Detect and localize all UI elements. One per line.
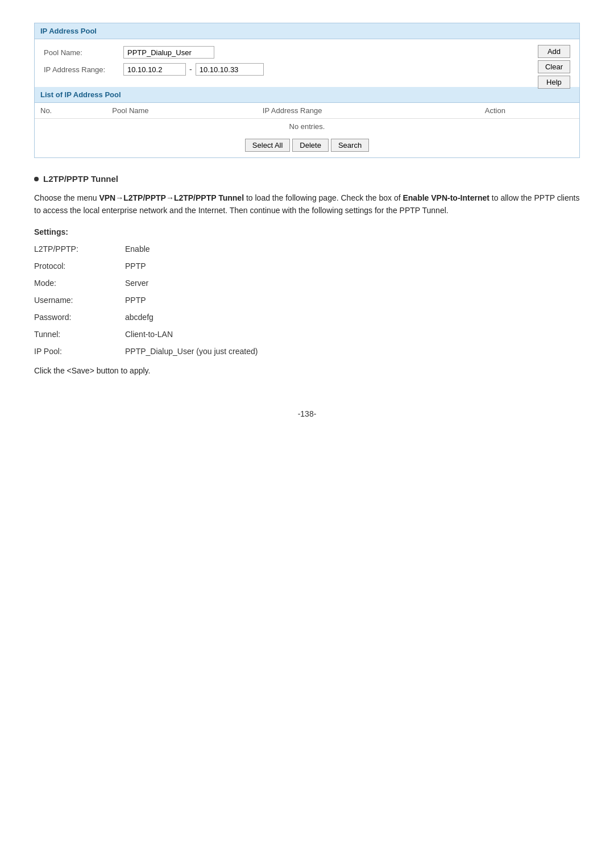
delete-button[interactable]: Delete [292, 139, 329, 152]
ip-address-pool-section: IP Address Pool Add Clear Help Pool Name… [34, 23, 580, 158]
bullet-dot-icon [34, 177, 39, 181]
ip-pool-table: No. Pool Name IP Address Range Action No… [35, 103, 579, 134]
col-action: Action [479, 103, 579, 119]
click-note: Click the <Save> button to apply. [34, 366, 580, 375]
pool-name-input[interactable] [123, 46, 214, 59]
setting-protocol: Protocol: PPTP [34, 261, 580, 271]
ip-range-separator: - [189, 65, 192, 74]
setting-username-key: Username: [34, 296, 125, 305]
ip-address-pool-body: Add Clear Help Pool Name: IP Address Ran… [35, 39, 579, 87]
no-entries-row: No entries. [35, 119, 579, 135]
setting-ip-pool-key: IP Pool: [34, 347, 125, 356]
ip-range-end-input[interactable] [196, 63, 264, 76]
clear-button[interactable]: Clear [538, 60, 570, 73]
ip-range-label: IP Address Range: [44, 65, 123, 74]
l2tp-description: Choose the menu VPN→L2TP/PPTP→L2TP/PPTP … [34, 192, 580, 217]
ip-address-pool-header: IP Address Pool [35, 23, 579, 39]
setting-protocol-value: PPTP [125, 261, 146, 271]
setting-ip-pool-value: PPTP_Dialup_User (you just created) [125, 347, 258, 356]
list-section: List of IP Address Pool No. Pool Name IP… [35, 87, 579, 157]
pool-name-label: Pool Name: [44, 48, 123, 57]
ip-range-row: IP Address Range: - [44, 63, 570, 76]
setting-protocol-key: Protocol: [34, 261, 125, 271]
add-button[interactable]: Add [538, 45, 570, 58]
settings-title: Settings: [34, 227, 580, 236]
pool-name-row: Pool Name: [44, 46, 570, 59]
setting-l2tp-value: Enable [125, 244, 150, 254]
ip-range-inputs: - [123, 63, 264, 76]
col-pool-name: Pool Name [106, 103, 257, 119]
col-no: No. [35, 103, 106, 119]
page-number: -138- [34, 409, 580, 418]
list-section-header: List of IP Address Pool [35, 87, 579, 103]
no-entries-cell: No entries. [35, 119, 579, 135]
setting-ip-pool: IP Pool: PPTP_Dialup_User (you just crea… [34, 347, 580, 356]
table-actions: Select All Delete Search [35, 134, 579, 157]
select-all-button[interactable]: Select All [245, 139, 290, 152]
l2tp-heading-text: L2TP/PPTP Tunnel [43, 174, 118, 184]
settings-section: Settings: L2TP/PPTP: Enable Protocol: PP… [34, 227, 580, 356]
side-buttons: Add Clear Help [538, 45, 570, 89]
setting-l2tp-key: L2TP/PPTP: [34, 244, 125, 254]
col-ip-range: IP Address Range [257, 103, 479, 119]
setting-username: Username: PPTP [34, 296, 580, 305]
search-button[interactable]: Search [331, 139, 369, 152]
setting-l2tp: L2TP/PPTP: Enable [34, 244, 580, 254]
setting-tunnel: Tunnel: Client-to-LAN [34, 330, 580, 339]
setting-password-value: abcdefg [125, 313, 154, 322]
setting-mode: Mode: Server [34, 279, 580, 288]
setting-password: Password: abcdefg [34, 313, 580, 322]
setting-tunnel-key: Tunnel: [34, 330, 125, 339]
setting-mode-key: Mode: [34, 279, 125, 288]
l2tp-heading: L2TP/PPTP Tunnel [34, 174, 580, 184]
setting-username-value: PPTP [125, 296, 146, 305]
setting-mode-value: Server [125, 279, 148, 288]
ip-range-start-input[interactable] [123, 63, 186, 76]
setting-password-key: Password: [34, 313, 125, 322]
table-header-row: No. Pool Name IP Address Range Action [35, 103, 579, 119]
help-button[interactable]: Help [538, 76, 570, 89]
setting-tunnel-value: Client-to-LAN [125, 330, 173, 339]
